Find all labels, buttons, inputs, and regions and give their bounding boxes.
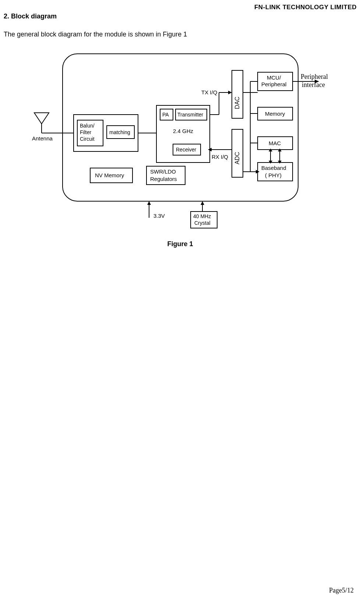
memory-label: Memory (265, 111, 285, 117)
balun-label-l1: Balun/ (80, 123, 95, 129)
figure-caption: Figure 1 (4, 240, 357, 248)
transmitter-label: Transmitter (177, 112, 204, 118)
crystal-label-l2: Crystal (194, 220, 211, 226)
section-intro: The general block diagram for the module… (4, 31, 357, 38)
swr-label-l1: SWR/LDO (150, 168, 176, 175)
mac-label: MAC (269, 140, 281, 146)
svg-marker-44 (201, 201, 204, 205)
balun-label-l2: Filter (80, 129, 91, 135)
svg-rect-0 (63, 54, 298, 201)
peripheral-iface-l1: Peripheral (301, 73, 328, 80)
baseband-label-l1: Baseband (261, 165, 286, 171)
mcu-label-l1: MCU/ (267, 74, 281, 81)
pa-label: PA (162, 112, 169, 118)
matching-label: matching (109, 129, 130, 135)
page-footer: Page5/12 (329, 587, 354, 594)
dac-label: DAC (234, 97, 240, 109)
radio-freq-label: 2.4 GHz (173, 128, 193, 134)
svg-marker-42 (147, 201, 151, 205)
peripheral-iface-l2: interface (302, 81, 325, 88)
swr-label-l2: Regulators (150, 176, 177, 182)
tx-iq-label: TX I/Q (201, 89, 217, 95)
nv-memory-label: NV Memory (95, 172, 124, 178)
crystal-label-l1: 40 MHz (193, 213, 211, 219)
mcu-label-l2: Peripheral (261, 81, 286, 87)
balun-label-l3: Circuit (80, 136, 95, 142)
v33-label: 3.3V (153, 213, 165, 219)
baseband-label-l2: ( PHY) (265, 172, 282, 178)
antenna-icon (34, 113, 49, 133)
block-diagram: Antenna Balun/ Filter Circuit matching P… (28, 50, 333, 232)
receiver-label: Receiver (176, 147, 197, 153)
rx-iq-label: RX I/Q (212, 154, 228, 160)
svg-rect-20 (232, 70, 243, 118)
section-title: 2. Block diagram (4, 13, 357, 20)
svg-marker-1 (34, 113, 49, 124)
adc-label: ADC (234, 152, 240, 164)
svg-marker-17 (228, 91, 232, 94)
company-header: FN-LINK TECHNOLOGY LIMITED (4, 4, 357, 11)
antenna-label: Antenna (32, 135, 53, 141)
